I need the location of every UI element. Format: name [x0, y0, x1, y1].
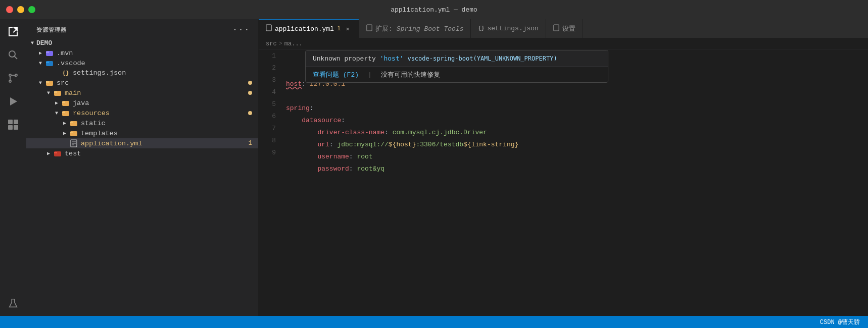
code-key-host: host [286, 78, 302, 90]
sidebar-more-button[interactable]: ··· [232, 25, 250, 34]
line-num-1: 1 [259, 50, 276, 62]
tab-settings-json[interactable]: {} settings.json [471, 19, 546, 38]
code-line-9: password: root&yq [286, 163, 868, 175]
extensions-activity-icon[interactable] [5, 116, 22, 133]
breadcrumb-main: ma... [284, 40, 303, 47]
main-folder-icon [53, 89, 63, 97]
window-title: application.yml — demo [391, 6, 477, 14]
tree-item-src[interactable]: ▼ src [26, 78, 258, 88]
tree-item-static[interactable]: ▶ static [26, 118, 258, 128]
tree-item-application-yml[interactable]: application.yml 1 [26, 138, 258, 148]
editor-content: 1 2 3 4 5 6 7 8 9 Unknown property 'host… [259, 50, 868, 316]
tab-settings-icon [553, 24, 559, 33]
code-val-username: root [357, 151, 372, 163]
status-bar-text: CSDN @曹天骄 [820, 318, 860, 326]
vscode-folder-icon [44, 59, 55, 67]
line-numbers: 1 2 3 4 5 6 7 8 9 [259, 50, 282, 316]
tree-item-test[interactable]: ▶ test [26, 148, 258, 158]
tree-label-vscode: .vscode [57, 60, 258, 67]
run-activity-icon[interactable] [5, 93, 22, 110]
svg-point-0 [9, 51, 15, 57]
activity-bar [0, 19, 26, 316]
tree-item-demo[interactable]: ▼ DEMO [26, 38, 258, 48]
line-num-4: 4 [259, 86, 276, 98]
line-num-2: 2 [259, 62, 276, 74]
tooltip-provider: vscode-spring-boot(YAML_UNKNOWN_PROPERTY… [407, 55, 557, 62]
flask-activity-icon[interactable] [5, 295, 22, 312]
main-layout: 资源管理器 ··· ▼ DEMO ▶ .mvn ▼ [0, 19, 868, 316]
tree-arrow-demo: ▼ [28, 40, 36, 46]
code-colon-spring: : [310, 102, 314, 115]
tab-label-appyml: application.yml [275, 25, 334, 33]
maximize-button[interactable] [28, 6, 35, 13]
breadcrumb-sep1: > [279, 40, 282, 47]
tooltip-view-problem-btn[interactable]: 查看问题 (F2) [313, 70, 359, 79]
code-indent-6 [286, 127, 317, 139]
minimize-button[interactable] [17, 6, 24, 13]
code-indent-5 [286, 115, 302, 127]
tree-arrow-vscode: ▼ [36, 61, 44, 66]
tab-spring-boot-tools[interactable]: 扩展: Spring Boot Tools [359, 19, 471, 38]
breadcrumb: src > ma... [259, 38, 868, 50]
tree-arrow-test: ▶ [44, 150, 53, 156]
tab-yaml-icon [266, 24, 272, 33]
svg-rect-32 [266, 25, 271, 31]
tree-arrow-java: ▶ [53, 100, 61, 106]
tooltip-no-fix-text: 没有可用的快速修复 [381, 70, 440, 79]
svg-rect-21 [62, 112, 65, 113]
tree-item-resources[interactable]: ▼ resources [26, 108, 258, 118]
code-key-datasource: datasource [302, 115, 341, 127]
code-line-3 [286, 90, 868, 102]
svg-point-2 [9, 74, 11, 76]
tree-item-vscode[interactable]: ▼ .vscode [26, 58, 258, 68]
code-colon-driver: : [384, 127, 393, 139]
tree-arrow-templates: ▶ [61, 130, 69, 136]
tree-item-settings-json[interactable]: {} settings.json [26, 68, 258, 78]
tree-item-java[interactable]: ▶ java [26, 98, 258, 108]
code-val-driver: com.mysql.cj.jdbc.Driver [393, 127, 487, 139]
explorer-activity-icon[interactable] [5, 23, 22, 40]
json-file-icon: {} [61, 70, 71, 76]
yaml-file-icon [69, 139, 79, 147]
code-val-url-host: ${host} [389, 139, 416, 151]
appyml-num-badge: 1 [249, 140, 252, 147]
code-line-5: datasource: [286, 115, 868, 127]
svg-rect-23 [70, 122, 73, 123]
tree-item-main[interactable]: ▼ main [26, 88, 258, 98]
tree-item-mvn[interactable]: ▶ .mvn [26, 48, 258, 58]
tree-label-src: src [57, 79, 248, 87]
tab-close-appyml[interactable]: ✕ [344, 25, 352, 33]
code-line-7: url: jdbc:mysql://${host}:3306/testdb${l… [286, 139, 868, 151]
code-indent-8 [286, 151, 317, 163]
code-area[interactable]: Unknown property 'host' vscode-spring-bo… [282, 50, 868, 316]
src-folder-icon [44, 79, 55, 87]
tree-label-test: test [65, 150, 258, 157]
svg-rect-6 [8, 120, 13, 124]
svg-marker-5 [10, 97, 17, 105]
tree-arrow-mvn: ▶ [36, 50, 44, 56]
test-folder-icon [53, 149, 63, 157]
code-line-4: spring: [286, 102, 868, 115]
svg-rect-9 [14, 125, 18, 130]
templates-folder-icon [69, 129, 79, 137]
code-val-url-prefix: jdbc:mysql:// [337, 139, 388, 151]
code-indent-9 [286, 163, 317, 175]
tab-application-yml[interactable]: application.yml 1 ✕ [259, 19, 359, 38]
close-button[interactable] [6, 6, 13, 13]
code-indent-7 [286, 139, 317, 151]
java-folder-icon [61, 99, 71, 107]
code-colon-url: : [329, 139, 337, 151]
tree-item-templates[interactable]: ▶ templates [26, 128, 258, 138]
source-control-activity-icon[interactable] [5, 70, 22, 87]
line-num-9: 9 [259, 147, 276, 159]
window-controls [6, 6, 35, 13]
search-activity-icon[interactable] [5, 46, 22, 64]
tab-label-spring: 扩展: Spring Boot Tools [375, 24, 463, 33]
tooltip-prop-name: 'host' [380, 54, 404, 62]
tab-settings[interactable]: 设置 [546, 19, 583, 38]
code-val-password: root&yq [357, 163, 384, 175]
svg-rect-7 [14, 120, 18, 124]
line-num-3: 3 [259, 74, 276, 86]
svg-rect-8 [8, 125, 13, 130]
tab-badge-appyml: 1 [337, 25, 341, 32]
